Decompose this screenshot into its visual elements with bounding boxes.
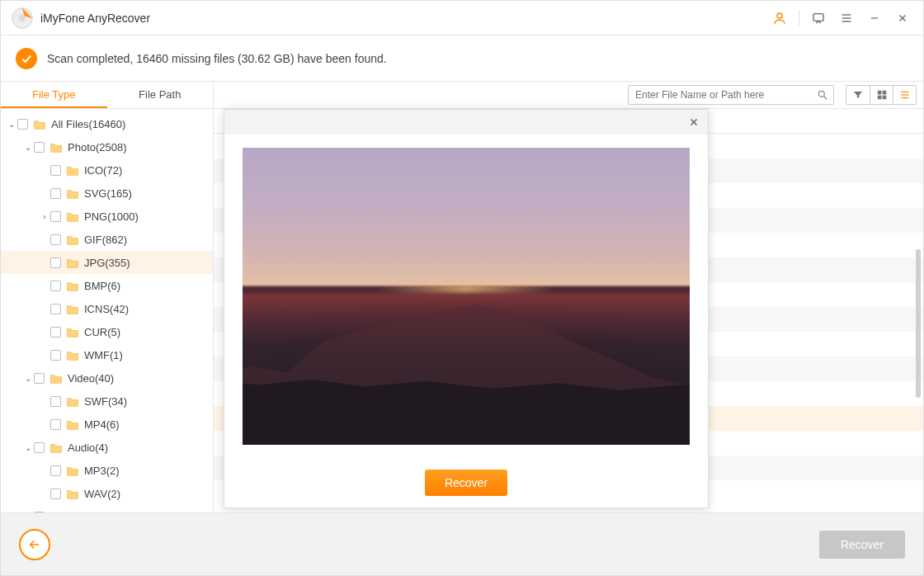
tree-row[interactable]: WMF(1) <box>1 343 213 366</box>
cell-date: 21-02-24 <box>915 413 923 425</box>
tree-row[interactable]: CUR(5) <box>1 320 213 343</box>
preview-recover-button[interactable]: Recover <box>425 470 507 496</box>
caret-down-icon[interactable]: ⌄ <box>6 120 17 129</box>
tree-label: Audio(4) <box>68 441 108 454</box>
folder-icon <box>66 327 79 338</box>
checkbox[interactable] <box>50 419 61 430</box>
folder-icon <box>66 257 79 268</box>
tree-label: WAV(2) <box>84 488 120 500</box>
tree-row[interactable]: ICNS(42) <box>1 297 213 320</box>
tree-row[interactable]: SVG(165) <box>1 182 213 205</box>
checkbox[interactable] <box>17 119 28 130</box>
cell-date: 21-02-24 <box>915 462 923 474</box>
app-title: iMyFone AnyRecover <box>40 12 150 25</box>
caret-down-icon[interactable]: ⌄ <box>22 443 34 452</box>
tree-row[interactable]: ›Document(4856) <box>1 505 213 512</box>
search-input[interactable] <box>634 88 817 102</box>
cell-date: 21-02-24 <box>915 165 923 177</box>
folder-icon <box>66 350 79 361</box>
svg-line-11 <box>824 97 827 100</box>
checkbox[interactable] <box>50 396 61 407</box>
checkbox[interactable] <box>50 234 61 245</box>
tree-row[interactable]: MP4(6) <box>1 413 213 436</box>
checkbox[interactable] <box>50 465 61 476</box>
status-bar: Scan completed, 16460 missing files (30.… <box>1 35 923 82</box>
folder-icon <box>66 234 79 245</box>
tree-row[interactable]: ⌄Video(40) <box>1 366 213 390</box>
svg-point-2 <box>777 13 782 18</box>
tree-row[interactable]: ⌄Audio(4) <box>1 436 213 459</box>
caret-down-icon[interactable]: ⌄ <box>22 374 34 383</box>
preview-close-icon[interactable] <box>688 116 700 128</box>
sidebar-tree[interactable]: ⌄All Files(16460)⌄Photo(2508)ICO(72)SVG(… <box>1 109 214 512</box>
tree-row[interactable]: BMP(6) <box>1 274 213 297</box>
separator <box>799 11 799 26</box>
folder-icon <box>66 165 79 176</box>
tree-row[interactable]: ⌄Photo(2508) <box>1 135 213 158</box>
folder-icon <box>66 396 79 407</box>
checkbox[interactable] <box>50 327 61 338</box>
svg-rect-13 <box>882 91 886 95</box>
checkbox[interactable] <box>50 304 61 314</box>
feedback-icon[interactable] <box>804 4 832 32</box>
grid-view-icon[interactable] <box>870 86 893 104</box>
folder-icon <box>66 188 79 199</box>
tree-row[interactable]: MP3(2) <box>1 459 213 482</box>
checkbox[interactable] <box>50 165 61 176</box>
footer: Recover <box>1 512 923 575</box>
scrollbar-thumb[interactable] <box>916 249 921 398</box>
tree-row[interactable]: JPG(355) <box>1 251 213 274</box>
titlebar: iMyFone AnyRecover <box>1 1 923 35</box>
tree-row[interactable]: ⌄All Files(16460) <box>1 112 213 135</box>
tool-row: File Type File Path <box>1 82 923 109</box>
menu-icon[interactable] <box>832 4 860 32</box>
checkbox[interactable] <box>34 442 45 453</box>
minimize-icon[interactable] <box>860 4 889 32</box>
checkbox[interactable] <box>34 142 45 153</box>
cell-date: 21-02-24 <box>915 215 923 227</box>
search-icon[interactable] <box>817 89 828 101</box>
back-button[interactable] <box>19 529 50 560</box>
tree-label: PNG(1000) <box>84 210 139 223</box>
tree-label: BMP(6) <box>84 280 120 292</box>
tree-row[interactable]: SWF(34) <box>1 390 213 413</box>
footer-recover-button[interactable]: Recover <box>819 531 905 559</box>
tab-file-path[interactable]: File Path <box>107 82 214 108</box>
preview-footer: Recover <box>224 458 708 508</box>
tree-label: JPG(355) <box>84 257 130 269</box>
checkbox[interactable] <box>50 188 61 199</box>
search-box[interactable] <box>628 85 834 105</box>
folder-icon <box>66 281 79 291</box>
caret-right-icon[interactable]: › <box>39 212 50 221</box>
tree-row[interactable]: ICO(72) <box>1 158 213 182</box>
cell-date: 21-02-24 <box>915 140 923 153</box>
col-modified-date[interactable]: ified Date <box>915 109 923 134</box>
tree-row[interactable]: ›PNG(1000) <box>1 205 213 228</box>
checkbox[interactable] <box>50 281 61 291</box>
tree-row[interactable]: WAV(2) <box>1 482 213 505</box>
checkbox[interactable] <box>50 257 61 268</box>
caret-down-icon[interactable]: ⌄ <box>22 143 34 152</box>
preview-panel: Recover <box>224 109 709 508</box>
svg-rect-3 <box>813 13 823 21</box>
folder-icon <box>66 419 79 430</box>
tree-label: CUR(5) <box>84 326 120 338</box>
folder-icon <box>66 304 79 314</box>
filter-icon[interactable] <box>846 86 870 104</box>
tree-label: SWF(34) <box>84 395 127 408</box>
check-icon <box>16 48 37 69</box>
tree-row[interactable]: GIF(862) <box>1 228 213 251</box>
account-icon[interactable] <box>766 4 794 32</box>
cell-date: 21-02-24 <box>915 190 923 202</box>
checkbox[interactable] <box>50 211 61 222</box>
tab-file-type[interactable]: File Type <box>1 82 107 108</box>
checkbox[interactable] <box>50 350 61 361</box>
folder-icon <box>50 142 63 153</box>
sidebar-tabs: File Type File Path <box>1 82 214 108</box>
close-icon[interactable] <box>889 4 917 32</box>
list-view-icon[interactable] <box>893 86 916 104</box>
view-toggle <box>846 85 917 105</box>
checkbox[interactable] <box>34 373 45 384</box>
checkbox[interactable] <box>50 489 61 499</box>
tree-label: GIF(862) <box>84 234 127 246</box>
